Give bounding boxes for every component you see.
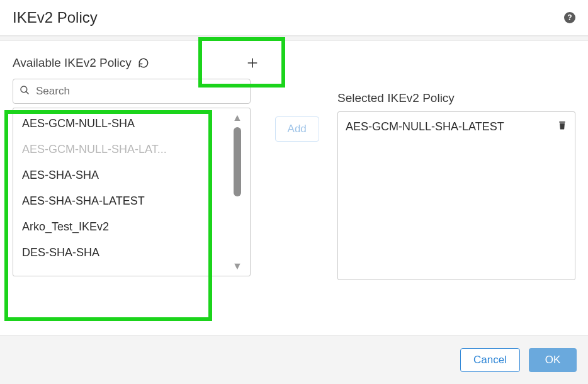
list-item: AES-GCM-NULL-SHA-LAT... [13,137,225,162]
scrollbar-track[interactable] [234,127,241,257]
content-area: Available IKEv2 Policy [0,41,588,280]
available-header: Available IKEv2 Policy [13,54,263,72]
scrollbar: ▲ ▼ [225,108,250,276]
divider [0,36,588,41]
list-item[interactable]: AES-SHA-SHA-LATEST [13,188,225,214]
dialog-header: IKEv2 Policy ? [0,0,588,36]
page-title: IKEv2 Policy [13,9,98,26]
help-icon[interactable]: ? [564,12,575,23]
plus-icon[interactable] [246,57,259,69]
cancel-button[interactable]: Cancel [460,348,520,372]
add-button[interactable]: Add [275,116,319,142]
available-list: AES-GCM-NULL-SHA AES-GCM-NULL-SHA-LAT...… [13,108,225,276]
list-item[interactable]: Arko_Test_IKEv2 [13,214,225,240]
selected-title: Selected IKEv2 Policy [337,91,575,105]
search-icon [19,84,30,98]
list-item[interactable]: AES-GCM-NULL-SHA [13,111,225,137]
scrollbar-thumb[interactable] [234,127,241,196]
selected-listbox: AES-GCM-NULL-SHA-LATEST [337,111,575,280]
list-item[interactable]: AES-SHA-SHA [13,162,225,188]
refresh-icon[interactable] [138,57,149,69]
search-input[interactable] [13,79,251,104]
search-wrapper [13,79,251,104]
available-title: Available IKEv2 Policy [13,56,132,70]
middle-column: Add [275,54,325,280]
dialog-footer: Cancel OK [0,335,588,384]
svg-rect-4 [559,121,565,123]
selected-item-label: AES-GCM-NULL-SHA-LATEST [346,120,504,133]
scroll-up-icon[interactable]: ▲ [232,112,242,123]
ok-button[interactable]: OK [529,348,577,372]
available-listbox: AES-GCM-NULL-SHA AES-GCM-NULL-SHA-LAT...… [13,108,251,276]
list-item[interactable]: DES-SHA-SHA [13,240,225,266]
svg-line-3 [26,91,28,94]
scroll-down-icon[interactable]: ▼ [232,261,242,272]
selected-column: Selected IKEv2 Policy AES-GCM-NULL-SHA-L… [337,54,575,280]
available-column: Available IKEv2 Policy [13,54,263,280]
trash-icon[interactable] [557,120,567,134]
selected-row: AES-GCM-NULL-SHA-LATEST [346,117,567,137]
